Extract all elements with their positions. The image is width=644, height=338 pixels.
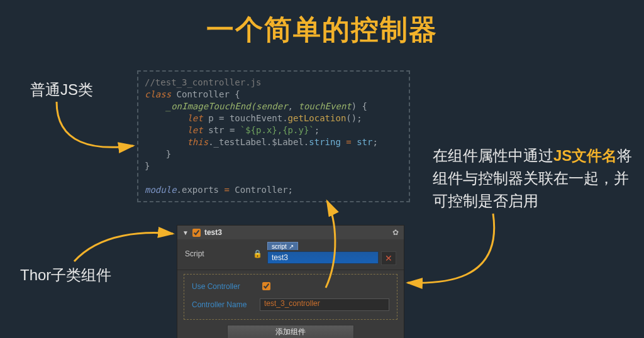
code-token: Controller {: [171, 89, 240, 99]
code-token: class: [145, 89, 171, 99]
code-token: ._testLabel.$Label.: [208, 137, 309, 147]
use-controller-row: Use Controller: [184, 277, 397, 295]
code-token: string: [309, 137, 341, 147]
code-line: //test_3_controller.js: [145, 77, 261, 87]
annotation-thor-component: Thor子类组件: [20, 264, 111, 286]
code-token: ;: [372, 137, 377, 147]
code-token: let: [187, 125, 203, 135]
code-token: ) {: [352, 101, 367, 111]
code-token: touchEvent: [298, 101, 351, 111]
code-token: p = touchEvent.: [203, 113, 288, 123]
code-token: =: [219, 185, 235, 195]
script-label: Script: [185, 249, 248, 258]
use-controller-label: Use Controller: [192, 282, 255, 291]
add-component-button[interactable]: 添加组件: [227, 325, 354, 338]
gear-icon[interactable]: ✿: [392, 228, 399, 237]
slide-title: 一个简单的控制器: [0, 11, 644, 48]
script-asset-field[interactable]: test3: [267, 251, 379, 264]
controller-group: Use Controller Controller Name test_3_co…: [184, 274, 397, 320]
code-token: [145, 113, 187, 123]
component-enabled-checkbox[interactable]: [192, 229, 201, 237]
code-token: Controller;: [235, 185, 293, 195]
code-token: sender: [256, 101, 288, 111]
code-token: [145, 125, 187, 135]
code-token: ,: [288, 101, 299, 111]
inspector-header[interactable]: ▼ test3 ✿: [177, 226, 404, 239]
code-token: =: [341, 137, 357, 147]
script-clear-button[interactable]: ✕: [381, 251, 396, 265]
code-token: .exports: [177, 185, 219, 195]
use-controller-checkbox[interactable]: [262, 282, 270, 290]
inspector-panel: ▼ test3 ✿ Script 🔒 script ↗ test3 ✕ Use …: [177, 225, 404, 338]
annotation-binding-desc: 在组件属性中通过JS文件名将组件与控制器关联在一起，并可控制是否启用: [433, 144, 634, 212]
code-token: }: [145, 161, 150, 171]
code-token: _onImageTouchEnd(: [145, 101, 256, 111]
annotation-plain-js: 普通JS类: [30, 79, 93, 101]
code-token: ();: [346, 113, 362, 123]
script-row: Script 🔒 script ↗ test3 ✕: [177, 239, 404, 268]
annotation-binding-highlight: JS文件名: [553, 147, 617, 164]
code-token: getLocation: [288, 113, 347, 123]
controller-name-row: Controller Name test_3_controller: [184, 295, 397, 314]
code-block: //test_3_controller.js class Controller …: [137, 70, 410, 202]
script-tag: script ↗: [267, 242, 298, 250]
code-token: str: [357, 137, 372, 147]
code-token: `${p.x},{p.y}`: [240, 125, 314, 135]
separator: [177, 270, 404, 270]
code-token: }: [145, 149, 171, 159]
annotation-binding-pre: 在组件属性中通过: [433, 147, 553, 164]
code-token: [145, 137, 187, 147]
controller-name-input[interactable]: test_3_controller: [260, 298, 389, 311]
code-token: str =: [203, 125, 240, 135]
code-token: let: [187, 113, 203, 123]
lock-icon[interactable]: 🔒: [253, 249, 262, 258]
code-token: module: [145, 185, 177, 195]
disclosure-triangle-icon[interactable]: ▼: [182, 229, 189, 236]
code-token: this: [187, 137, 208, 147]
controller-name-label: Controller Name: [192, 300, 255, 309]
code-token: ;: [314, 125, 319, 135]
component-name-label: test3: [204, 228, 222, 237]
